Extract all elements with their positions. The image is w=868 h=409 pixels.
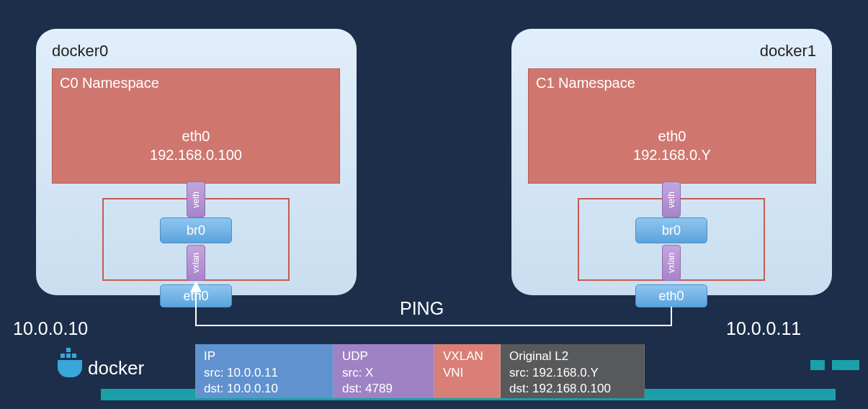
host-ip-left: 10.0.0.10 bbox=[13, 318, 88, 339]
bridge-left: br0 bbox=[160, 217, 232, 243]
host-docker1: docker1 C1 Namespace eth0 192.168.0.Y ve… bbox=[511, 29, 832, 295]
seg-udp-title: UDP bbox=[342, 349, 425, 364]
seg-ip-title: IP bbox=[204, 349, 324, 364]
host-docker0: docker0 C0 Namespace eth0 192.168.0.100 … bbox=[36, 29, 357, 295]
seg-ip-src: src: 10.0.0.11 bbox=[204, 365, 324, 381]
bridge-right: br0 bbox=[635, 217, 707, 243]
seg-vxlan-title: VXLAN bbox=[443, 349, 491, 364]
iface-name-c0: eth0 bbox=[53, 127, 339, 145]
iface-ip-c1: 192.168.0.Y bbox=[529, 145, 815, 164]
packet-segment-vxlan: VXLAN VNI bbox=[434, 344, 501, 398]
seg-l2-title: Original L2 bbox=[509, 349, 635, 364]
vxlan-right: vxlan bbox=[662, 245, 681, 281]
host-iface-right: eth0 bbox=[635, 284, 707, 307]
namespace-title-c1: C1 Namespace bbox=[536, 75, 635, 91]
container-iface-c0: eth0 192.168.0.100 bbox=[53, 127, 339, 164]
container-iface-c1: eth0 192.168.0.Y bbox=[529, 127, 815, 164]
namespace-title-c0: C0 Namespace bbox=[60, 75, 159, 91]
encapsulated-packet: IP src: 10.0.0.11 dst: 10.0.0.10 UDP src… bbox=[195, 344, 645, 398]
namespace-c1: C1 Namespace eth0 192.168.0.Y bbox=[528, 68, 816, 184]
vxlan-left: vxlan bbox=[187, 245, 205, 281]
packet-segment-udp: UDP src: X dst: 4789 bbox=[334, 344, 434, 398]
seg-l2-src: src: 192.168.0.Y bbox=[509, 365, 635, 381]
host-title-right: docker1 bbox=[760, 42, 816, 60]
seg-l2-dst: dst: 192.168.0.100 bbox=[509, 381, 635, 397]
whale-icon bbox=[58, 360, 82, 377]
host-title-left: docker0 bbox=[52, 42, 108, 60]
seg-udp-src: src: X bbox=[342, 365, 425, 381]
iface-name-c1: eth0 bbox=[529, 127, 815, 145]
veth-right: veth bbox=[662, 181, 681, 217]
packet-segment-l2: Original L2 src: 192.168.0.Y dst: 192.16… bbox=[501, 344, 645, 398]
host-ip-right: 10.0.0.11 bbox=[726, 318, 801, 339]
docker-logo: docker bbox=[58, 357, 144, 379]
host-iface-left: eth0 bbox=[160, 284, 232, 307]
footer-dash-2 bbox=[810, 360, 825, 370]
ping-label: PING bbox=[400, 298, 444, 319]
seg-vxlan-vni: VNI bbox=[443, 365, 491, 381]
namespace-c0: C0 Namespace eth0 192.168.0.100 bbox=[52, 68, 340, 184]
seg-ip-dst: dst: 10.0.0.10 bbox=[204, 381, 324, 397]
footer-dash bbox=[832, 360, 859, 370]
iface-ip-c0: 192.168.0.100 bbox=[53, 145, 339, 164]
packet-segment-ip: IP src: 10.0.0.11 dst: 10.0.0.10 bbox=[195, 344, 334, 398]
docker-logo-text: docker bbox=[88, 357, 144, 379]
veth-left: veth bbox=[187, 181, 205, 217]
seg-udp-dst: dst: 4789 bbox=[342, 381, 425, 397]
